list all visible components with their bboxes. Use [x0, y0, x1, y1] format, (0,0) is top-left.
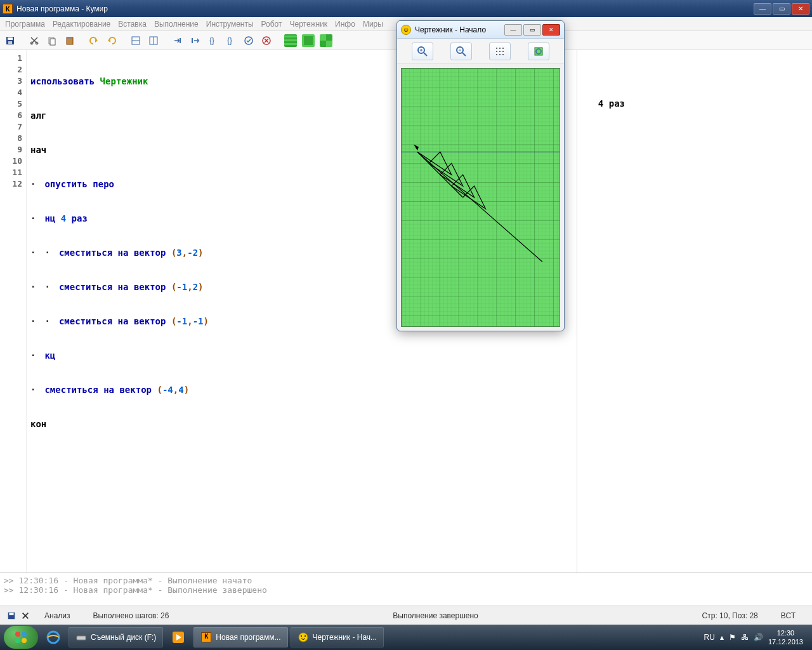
statusbar: Анализ Выполнено шагов: 26 Выполнение за…	[0, 606, 812, 625]
tray-up-icon[interactable]: ▴	[720, 633, 724, 642]
minimize-button[interactable]: —	[754, 3, 771, 15]
svg-rect-6	[50, 39, 55, 45]
save-button[interactable]	[3, 33, 18, 48]
stop-small-icon[interactable]	[19, 610, 32, 621]
zoom-in-button[interactable]	[412, 43, 433, 60]
maximize-button[interactable]: ▭	[773, 3, 790, 15]
svg-rect-26	[77, 636, 86, 640]
drafter-maximize-button[interactable]: ▭	[523, 24, 541, 36]
svg-point-24	[22, 638, 27, 643]
window-title: Новая программа - Кумир	[16, 4, 754, 13]
menu-tools[interactable]: Инструменты	[206, 20, 254, 29]
taskbar-kumir[interactable]: К Новая программ...	[193, 627, 287, 647]
ie-icon[interactable]	[41, 627, 66, 647]
app-icon: К	[3, 4, 13, 14]
flag-icon[interactable]: ⚑	[729, 633, 736, 642]
svg-point-29	[301, 635, 302, 637]
cut-button[interactable]	[27, 33, 42, 48]
undo-button[interactable]	[86, 33, 102, 48]
menu-run[interactable]: Выполнение	[154, 20, 199, 29]
svg-point-39	[499, 48, 501, 49]
svg-rect-2	[8, 41, 12, 44]
menu-robot[interactable]: Робот	[261, 20, 282, 29]
fit-button[interactable]	[528, 43, 549, 60]
drafter-window[interactable]: ☺ Чертежник - Начало — ▭ ✕	[396, 20, 565, 331]
zoom-out-button[interactable]	[450, 43, 472, 60]
console-line: >> 12:30:16 - Новая программа* - Выполне…	[4, 576, 808, 585]
right-pane: 4 раз	[577, 50, 812, 573]
right-pane-text: 4 раз	[598, 98, 625, 109]
run-step-button[interactable]	[170, 33, 185, 48]
start-button[interactable]	[4, 626, 38, 649]
svg-rect-50	[402, 69, 560, 326]
drafter-title: Чертежник - Начало	[415, 25, 504, 34]
save-small-icon[interactable]	[5, 610, 18, 621]
grid2-button[interactable]	[301, 33, 316, 48]
taskbar-drafter[interactable]: Чертежник - Нач...	[291, 627, 384, 647]
status-steps: Выполнено шагов: 26	[82, 611, 181, 620]
menu-insert[interactable]: Вставка	[118, 20, 147, 29]
drafter-close-button[interactable]: ✕	[542, 24, 560, 36]
taskbar-drive[interactable]: Съемный диск (F:)	[69, 627, 163, 647]
menu-worlds[interactable]: Миры	[363, 20, 383, 29]
svg-rect-14	[192, 38, 193, 43]
redo-button[interactable]	[104, 33, 119, 48]
drafter-minimize-button[interactable]: —	[504, 24, 522, 36]
brace2-button[interactable]: {}	[223, 33, 239, 48]
svg-point-45	[499, 54, 501, 55]
menu-info[interactable]: Инфо	[335, 20, 355, 29]
menu-edit[interactable]: Редактирование	[53, 20, 110, 29]
drafter-titlebar[interactable]: ☺ Чертежник - Начало — ▭ ✕	[397, 21, 564, 39]
svg-point-42	[499, 51, 501, 52]
drafter-canvas[interactable]	[401, 68, 560, 327]
check-button[interactable]	[241, 33, 256, 48]
status-cursor: Стр: 10, Поз: 28	[691, 611, 769, 620]
menu-program[interactable]: Программа	[5, 20, 45, 29]
copy-button[interactable]	[44, 33, 60, 48]
cancel-button[interactable]	[259, 33, 274, 48]
svg-point-21	[15, 632, 20, 637]
media-player-icon[interactable]	[166, 627, 191, 647]
svg-point-30	[304, 635, 306, 637]
menu-drafter[interactable]: Чертежник	[290, 20, 328, 29]
drive-icon	[75, 632, 87, 643]
clock[interactable]: 12:30 17.12.2013	[768, 628, 803, 646]
svg-point-22	[22, 632, 27, 637]
svg-point-23	[15, 638, 20, 643]
svg-rect-1	[8, 37, 13, 40]
svg-point-40	[502, 48, 504, 49]
network-icon[interactable]: 🖧	[741, 633, 749, 642]
svg-point-25	[48, 632, 59, 643]
status-analysis: Анализ	[33, 611, 82, 620]
smiley-icon: ☺	[401, 25, 411, 35]
svg-point-41	[496, 51, 497, 52]
svg-line-36	[462, 53, 466, 56]
grid-dots-button[interactable]	[489, 43, 511, 60]
window-titlebar: К Новая программа - Кумир — ▭ ✕	[0, 0, 812, 17]
status-done: Выполнение завершено	[180, 611, 690, 620]
brace1-button[interactable]: {}	[206, 33, 221, 48]
status-mode: ВСТ	[769, 611, 807, 620]
canvas-svg	[402, 69, 560, 326]
svg-rect-8	[68, 37, 72, 39]
kumir-icon: К	[200, 632, 212, 643]
drafter-toolbar	[397, 39, 564, 64]
toggle-2-button[interactable]	[146, 33, 161, 48]
grid1-button[interactable]	[283, 33, 298, 48]
svg-point-44	[496, 54, 497, 55]
line-gutter: 123 456 789 101112	[0, 50, 27, 573]
paste-button[interactable]	[62, 33, 77, 48]
run-step2-button[interactable]	[188, 33, 203, 48]
volume-icon[interactable]: 🔊	[754, 633, 763, 642]
svg-line-32	[424, 53, 427, 56]
taskbar: Съемный диск (F:) К Новая программ... Че…	[0, 625, 812, 650]
output-console: >> 12:30:16 - Новая программа* - Выполне…	[0, 573, 812, 606]
svg-point-46	[502, 54, 504, 55]
lang-indicator[interactable]: RU	[704, 633, 715, 642]
console-line: >> 12:30:16 - Новая программа* - Выполне…	[4, 585, 808, 595]
close-button[interactable]: ✕	[792, 3, 809, 15]
svg-text:{}: {}	[227, 36, 232, 45]
svg-rect-13	[180, 38, 181, 43]
grid3-button[interactable]	[318, 33, 334, 48]
toggle-1-button[interactable]	[128, 33, 143, 48]
